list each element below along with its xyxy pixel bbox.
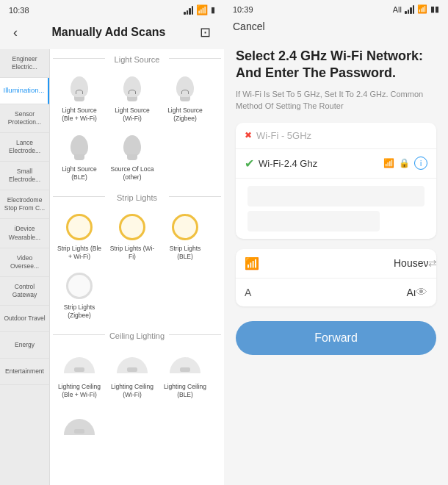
device-item-ceiling-ble[interactable]: Lighting Ceiling (BLE) [160, 346, 210, 402]
bulb-wifi-icon [116, 73, 148, 105]
password-input[interactable] [257, 287, 406, 298]
device-label: Light Source (Ble + Wi-Fi) [56, 107, 103, 123]
section-label-ceiling: Ceiling Lighting [50, 326, 224, 343]
device-item-strip-zigbee[interactable]: Strip Lights (Zigbee) [54, 267, 104, 323]
device-item-light-ble[interactable]: Light Source (BLE) [54, 129, 104, 184]
wifi-signal-icon: 📶 [383, 158, 394, 168]
selected-icon: ✔ [245, 157, 254, 170]
section-label-light: Light Source [50, 49, 224, 67]
strip-ble-wifi-icon [63, 211, 95, 243]
wifi-subtitle: If Wi-Fi Is Set To 5 GHz, Set It To 2.4 … [236, 88, 436, 112]
wifi-item-actions: 📶 🔒 i [383, 157, 427, 170]
ceiling-wifi-icon [116, 349, 148, 381]
right-body: Select 2.4 GHz Wi-Fi Network: And Enter … [224, 39, 448, 485]
wifi-name-24ghz: Wi-Fi-2.4 Ghz [259, 158, 383, 169]
placeholder-row-1 [248, 186, 424, 206]
section-label-strip: Strip Lights [50, 187, 224, 205]
page-title: Manually Add Scans [22, 26, 195, 39]
password-lock-icon: A [245, 287, 251, 298]
wifi-input-icon: 📶 [245, 256, 259, 270]
ceiling-ble-wifi-icon [63, 349, 95, 381]
device-label: Strip Lights (Zigbee) [56, 303, 103, 320]
sidebar-item-small[interactable]: Small Electrode... [0, 162, 49, 190]
strip-ble-icon [169, 211, 201, 243]
wifi-title: Select 2.4 GHz Wi-Fi Network: And Enter … [236, 48, 436, 82]
rescan-icon[interactable]: ⇄ [428, 257, 436, 269]
sidebar-item-energy[interactable]: Energy [0, 332, 49, 359]
bulb-zigbee-icon [169, 73, 201, 105]
strip-lights-grid: Strip Lights (Ble + Wi-Fi) Strip Lights … [50, 205, 224, 326]
left-time: 10:38 [9, 6, 29, 15]
device-label: Light Source (BLE) [56, 165, 103, 182]
device-item-ceiling-wifi[interactable]: Lighting Ceiling (Wi-Fi) [107, 346, 157, 402]
right-time: 10:39 [233, 5, 253, 14]
wifi-list-card: ✖ Wi-Fi - 5GHz ✔ Wi-Fi-2.4 Ghz 📶 🔒 i [236, 123, 436, 239]
sidebar-item-idevice[interactable]: iDevice Wearable... [0, 219, 49, 248]
right-status-bar: 10:39 All 📶 ▮▮ [224, 0, 448, 17]
ceiling-extra-grid [50, 405, 224, 450]
placeholder-rows [236, 179, 436, 239]
device-item-ceiling-ble-wifi[interactable]: Lighting Ceiling (Ble + Wi-Fi) [54, 346, 104, 402]
device-item-strip-ble[interactable]: Strip Lights (BLE) [160, 208, 210, 264]
right-panel: 10:39 All 📶 ▮▮ Cancel Select 2.4 GHz Wi-… [224, 0, 448, 485]
device-label: Strip Lights (Ble + Wi-Fi) [56, 245, 103, 261]
device-label: Source Of Loca (other) [109, 165, 156, 182]
wifi-info-button[interactable]: i [414, 157, 427, 170]
strip-wifi-icon [116, 211, 148, 243]
ceiling-extra-icon [63, 411, 95, 443]
signal-icon [184, 6, 193, 15]
expand-button[interactable]: ⊡ [195, 23, 215, 42]
show-password-icon[interactable]: 👁 [416, 286, 427, 299]
password-value: Aι [407, 287, 416, 298]
wifi-list-item-5ghz[interactable]: ✖ Wi-Fi - 5GHz [236, 123, 436, 149]
error-icon: ✖ [245, 130, 252, 140]
device-list: Light Source Light Source (Ble + Wi-Fi) [50, 49, 224, 485]
device-item-light-wifi[interactable]: Light Source (Wi-Fi) [107, 70, 157, 126]
sidebar-item-entertainment[interactable]: Entertainment [0, 359, 49, 385]
bulb-ble-icon [63, 132, 95, 164]
sidebar-item-engineer[interactable]: Engineer Electric... [0, 49, 49, 78]
wifi-list-item-24ghz[interactable]: ✔ Wi-Fi-2.4 Ghz 📶 🔒 i [236, 149, 436, 179]
sidebar-item-lance[interactable]: Lance Electrode... [0, 133, 49, 162]
sidebar-item-illumination[interactable]: Illumination... [0, 78, 49, 104]
network-name-value: Houseν [394, 257, 428, 269]
cancel-button[interactable]: Cancel [233, 21, 265, 32]
battery-icon: ▮ [211, 5, 215, 15]
left-content: Engineer Electric... Illumination... Sen… [0, 49, 224, 485]
device-item-strip-ble-wifi[interactable]: Strip Lights (Ble + Wi-Fi) [54, 208, 104, 264]
device-item-ceiling-extra[interactable] [54, 408, 104, 448]
right-wifi-icon: 📶 [417, 4, 427, 14]
left-header: ‹ Manually Add Scans ⊡ [0, 18, 224, 49]
device-item-light-ble-wifi[interactable]: Light Source (Ble + Wi-Fi) [54, 70, 104, 126]
sidebar-item-control[interactable]: Control Gateway [0, 277, 49, 306]
bulb-ble-wifi-icon [63, 73, 95, 105]
sidebar-item-electro[interactable]: Electrodome Stop From C... [0, 190, 49, 219]
forward-button[interactable]: Forward [236, 321, 436, 355]
input-section: 📶 Houseν ⇄ A Aι 👁 [236, 249, 436, 306]
strip-zigbee-icon [63, 270, 95, 302]
device-item-source-other[interactable]: Source Of Loca (other) [107, 129, 157, 184]
device-item-strip-wifi[interactable]: Strip Lights (Wi-Fi) [107, 208, 157, 264]
bulb-other-icon [116, 132, 148, 164]
network-name-input[interactable] [265, 257, 394, 269]
wifi-name-5ghz: Wi-Fi - 5GHz [256, 130, 427, 141]
sidebar: Engineer Electric... Illumination... Sen… [0, 49, 50, 485]
left-panel: 10:38 📶 ▮ ‹ Manually Add Scans ⊡ Enginee… [0, 0, 224, 485]
back-button[interactable]: ‹ [9, 24, 22, 42]
sidebar-item-outdoor[interactable]: Outdoor Travel [0, 306, 49, 332]
device-label: Strip Lights (Wi-Fi) [109, 245, 156, 261]
wifi-icon: 📶 [196, 4, 208, 15]
password-row: A Aι 👁 [236, 279, 436, 306]
ceiling-grid: Lighting Ceiling (Ble + Wi-Fi) Lighting … [50, 343, 224, 405]
right-signal-icon [405, 5, 414, 14]
sidebar-item-sensor[interactable]: Sensor Protection... [0, 104, 49, 133]
placeholder-row-2 [248, 211, 380, 231]
device-label: Light Source (Wi-Fi) [109, 107, 156, 123]
device-label: Light Source (Zigbee) [162, 107, 209, 123]
right-battery-icon: ▮▮ [430, 4, 439, 14]
light-source-grid: Light Source (Ble + Wi-Fi) Light Source … [50, 67, 224, 187]
sidebar-item-video[interactable]: Video Oversee... [0, 248, 49, 277]
device-label: Strip Lights (BLE) [162, 245, 209, 261]
left-status-bar: 10:38 📶 ▮ [0, 0, 224, 18]
device-item-light-zigbee[interactable]: Light Source (Zigbee) [160, 70, 210, 126]
